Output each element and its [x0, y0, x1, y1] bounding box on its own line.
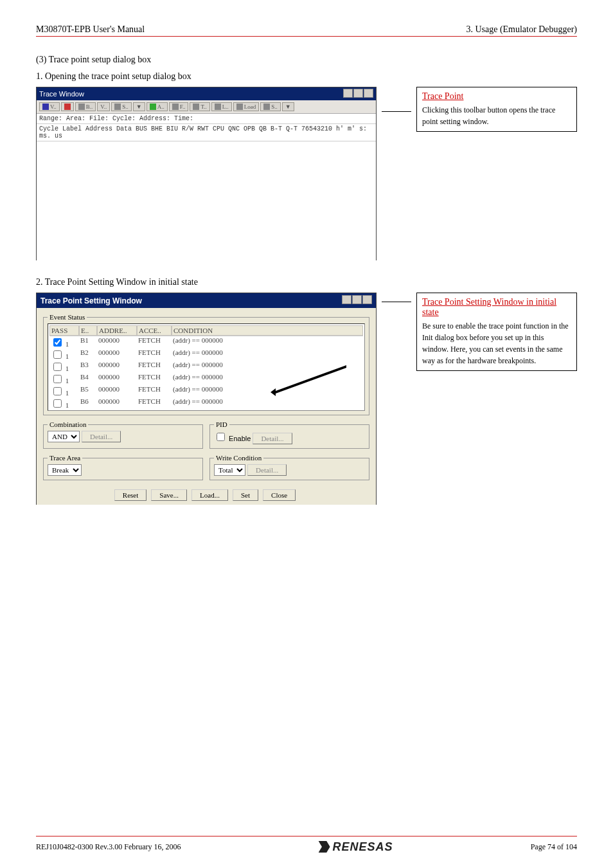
step-1-title: 1. Opening the trace point setup dialog … — [36, 71, 577, 82]
pass-checkbox[interactable] — [53, 363, 62, 371]
footer-right: Page 74 of 104 — [531, 842, 577, 852]
save-icon — [263, 104, 270, 110]
callout-trace-point: Trace Point Clicking this toolbar button… — [416, 87, 577, 132]
trace-toolbar[interactable]: V.. B.. V.. S.. ▼ A.. F.. T.. L.. Load S… — [37, 100, 376, 114]
save-button[interactable]: Save... — [151, 489, 187, 501]
dialog-title: Trace Point Setting Window — [40, 296, 142, 305]
combination-legend: Combination — [48, 420, 88, 428]
event-list[interactable]: PASSE..ADDRE..ACCE..CONDITION 1B1000000F… — [48, 323, 365, 411]
dialog-button-row: Reset Save... Load... Set Close — [43, 489, 369, 501]
trace-area-legend: Trace Area — [48, 454, 82, 462]
callout-title: Trace Point — [422, 91, 571, 102]
trace-columns-row: Cycle Label Address Data BUS BHE BIU R/W… — [37, 124, 376, 141]
pid-group: PID Enable Detail... — [209, 420, 369, 449]
pid-detail-button[interactable]: Detail... — [253, 433, 292, 444]
callout-body: Clicking this toolbar button opens the t… — [422, 104, 571, 127]
pass-checkbox[interactable] — [53, 375, 62, 383]
callout-setting-window: Trace Point Setting Window in initial st… — [416, 293, 577, 371]
footer-left: REJ10J0482-0300 Rev.3.00 February 16, 20… — [36, 842, 181, 852]
pid-enable-checkbox[interactable]: Enable — [214, 435, 251, 442]
load-button[interactable]: Load... — [191, 489, 228, 501]
toolbar-icon — [42, 104, 49, 110]
combination-select[interactable]: AND — [48, 431, 80, 442]
svg-marker-0 — [271, 365, 346, 396]
pass-checkbox[interactable] — [53, 399, 62, 408]
folder-icon — [236, 104, 243, 110]
toolbar-icon — [172, 104, 179, 110]
set-button[interactable]: Set — [233, 489, 258, 501]
callout-leader-line — [382, 111, 411, 112]
reset-button[interactable]: Reset — [114, 489, 147, 501]
doc-title-left: M30870T-EPB User's Manual — [36, 24, 145, 35]
combination-detail-button[interactable]: Detail... — [82, 431, 121, 442]
toolbar-icon — [215, 104, 221, 110]
event-row[interactable]: 1B7000000FETCH(addr) == 000000 — [49, 410, 363, 411]
event-list-header: PASSE..ADDRE..ACCE..CONDITION — [49, 325, 363, 336]
event-row[interactable]: 1B2000000FETCH(addr) == 000000 — [49, 348, 363, 361]
trace-window-screenshot: Trace Window V.. B.. V.. S.. ▼ A.. F.. T… — [36, 87, 377, 260]
pass-checkbox[interactable] — [53, 387, 62, 395]
event-status-group: Event Status PASSE..ADDRE..ACCE..CONDITI… — [43, 313, 369, 415]
toolbar-icon — [78, 104, 85, 110]
step-2-title: 2. Trace Point Setting Window in initial… — [36, 277, 577, 287]
window-control-buttons[interactable] — [341, 295, 372, 306]
trace-area-select[interactable]: Break — [48, 464, 82, 476]
write-condition-group: Write Condition Total Detail... — [209, 454, 369, 480]
close-button[interactable]: Close — [263, 489, 296, 501]
arrow-left-icon — [64, 104, 71, 110]
event-row[interactable]: 1B1000000FETCH(addr) == 000000 — [49, 336, 363, 348]
write-condition-legend: Write Condition — [214, 454, 263, 462]
write-condition-detail-button[interactable]: Detail... — [247, 464, 287, 476]
renesas-logo: RENESAS — [319, 840, 393, 854]
combination-group: Combination AND Detail... — [43, 420, 203, 449]
event-status-legend: Event Status — [48, 313, 87, 321]
section-title: (3) Trace point setup dialog box — [36, 55, 577, 65]
trace-area-group: Trace Area Break — [43, 454, 203, 480]
toolbar-icon — [114, 104, 121, 110]
callout-body: Be sure to enable the trace point functi… — [422, 320, 571, 366]
doc-title-right: 3. Usage (Emulator Debugger) — [466, 24, 577, 35]
callout-leader-line — [382, 302, 411, 302]
toolbar-icon — [150, 104, 156, 110]
trace-window-title: Trace Window — [39, 90, 84, 98]
toolbar-icon — [193, 104, 199, 110]
write-condition-select[interactable]: Total — [214, 464, 245, 476]
pass-checkbox[interactable] — [53, 350, 62, 359]
callout-title: Trace Point Setting Window in initial st… — [422, 297, 571, 318]
trace-point-setting-dialog: Trace Point Setting Window Event Status … — [36, 293, 377, 505]
trace-range-row: Range: Area: File: Cycle: Address: Time: — [37, 114, 376, 124]
page-footer: REJ10J0482-0300 Rev.3.00 February 16, 20… — [36, 836, 577, 854]
pass-checkbox[interactable] — [53, 338, 62, 347]
trace-grid-area — [37, 141, 376, 264]
window-control-buttons[interactable] — [342, 89, 373, 99]
pid-legend: PID — [214, 420, 229, 428]
callout-arrow — [271, 364, 348, 402]
header-rule — [36, 36, 577, 37]
